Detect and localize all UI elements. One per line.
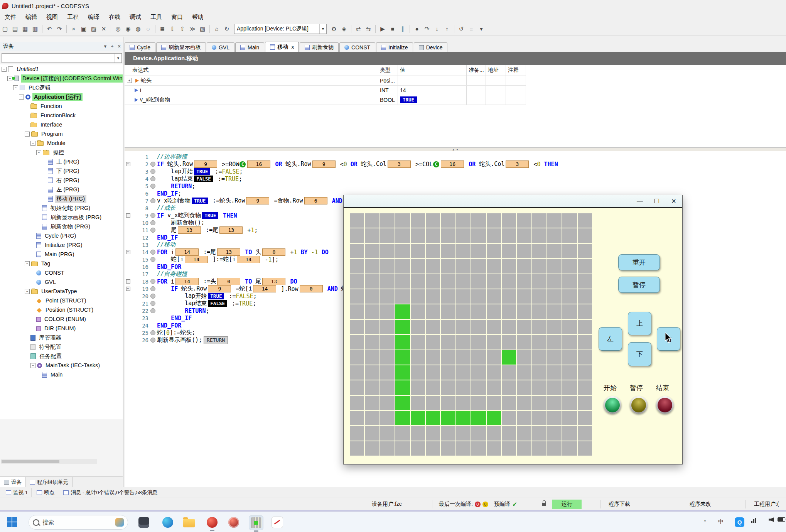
step-out-icon[interactable]: ↑: [442, 25, 452, 33]
menu-文件[interactable]: 文件: [0, 12, 21, 22]
watch-value[interactable]: 14: [400, 87, 406, 93]
visualization-title-bar[interactable]: — ☐ ✕: [344, 195, 682, 208]
watch-row[interactable]: iINT14: [125, 85, 526, 95]
online-config-icon[interactable]: ◈: [339, 25, 349, 33]
menu-在线[interactable]: 在线: [104, 12, 125, 22]
close-icon[interactable]: x: [291, 44, 294, 50]
sidebar-item-Cycle (PRG)[interactable]: Cycle (PRG): [0, 231, 123, 240]
sidebar-item-右 (PRG)[interactable]: 右 (PRG): [0, 176, 123, 185]
tab-Main[interactable]: Main: [235, 42, 264, 52]
sidebar-item-DIR (ENUM)[interactable]: DIR (ENUM): [0, 324, 123, 333]
sidebar-item-符号配置[interactable]: 符号配置: [0, 342, 123, 351]
ime-language-icon[interactable]: 中: [716, 517, 726, 527]
menu-工程[interactable]: 工程: [62, 12, 83, 22]
taskbar-app-codesys[interactable]: [205, 515, 219, 529]
chevron-down-icon[interactable]: ▼: [115, 54, 121, 62]
start-button[interactable]: [7, 517, 18, 528]
reset-icon[interactable]: ↺: [457, 25, 466, 33]
taskbar-app-visualization[interactable]: [249, 515, 263, 530]
save-icon[interactable]: ▦: [20, 25, 30, 33]
watch-row[interactable]: v_x吃到食物BOOLTRUE: [125, 95, 526, 105]
sidebar-item-Tag[interactable]: −Tag: [0, 259, 123, 268]
collapse-icon[interactable]: −: [30, 363, 35, 368]
taskbar-app-snipping[interactable]: [270, 515, 284, 529]
code-line[interactable]: 1//边界碰撞: [125, 153, 786, 160]
maximize-icon[interactable]: ☐: [648, 195, 665, 207]
fold-margin[interactable]: −: [125, 213, 132, 218]
game-button-暂停[interactable]: 暂停: [618, 277, 660, 293]
new-file-icon[interactable]: ▢: [0, 25, 10, 33]
tab-刷新显示画板[interactable]: 刷新显示画板: [156, 42, 206, 52]
battery-icon[interactable]: [774, 517, 785, 522]
tab-CONST[interactable]: CONST: [339, 42, 375, 52]
tray-chevron-up-icon[interactable]: ⌃: [701, 517, 709, 527]
bottom-tab-消息[interactable]: 消息 - 总计0个错误,0个警告,58条消息: [60, 488, 161, 497]
step-into-icon[interactable]: ↓: [432, 25, 442, 33]
taskbar-app-widgets[interactable]: [137, 515, 151, 529]
breakpoint-icon[interactable]: ●: [412, 25, 422, 33]
paste-icon[interactable]: ▨: [89, 25, 98, 33]
sidebar-item-MainTask (IEC-Tasks)[interactable]: −MainTask (IEC-Tasks): [0, 361, 123, 370]
panel-tab-程序组织单元[interactable]: 程序组织单元: [26, 477, 73, 487]
sidebar-item-Application [运行][interactable]: −Application [运行]: [0, 92, 123, 101]
sidebar-item-PLC逻辑[interactable]: −PLC逻辑: [0, 83, 123, 92]
taskbar-app-codesys-gateway[interactable]: [227, 515, 241, 529]
find-icon[interactable]: ◎: [113, 25, 123, 33]
collapse-icon[interactable]: −: [36, 150, 41, 155]
find-next-icon[interactable]: ◉: [123, 25, 133, 33]
fold-collapse-icon[interactable]: −: [126, 162, 130, 166]
fold-margin[interactable]: −: [125, 162, 132, 166]
sidebar-item-FunctionBlock[interactable]: FunctionBlock: [0, 111, 123, 120]
search-highlight-image[interactable]: [115, 518, 124, 527]
active-application-combobox[interactable]: Application [Device: PLC逻辑] ▼: [234, 24, 327, 34]
print-icon[interactable]: ▥: [30, 25, 40, 33]
sidebar-item-刷新显示画板 (PRG)[interactable]: 刷新显示画板 (PRG): [0, 213, 123, 222]
fold-margin[interactable]: −: [125, 287, 132, 291]
menu-编译[interactable]: 编译: [83, 12, 104, 22]
sidebar-item-左 (PRG)[interactable]: 左 (PRG): [0, 185, 123, 194]
sidebar-item-Position (STRUCT)[interactable]: Position (STRUCT): [0, 305, 123, 314]
menu-窗口[interactable]: 窗口: [167, 12, 187, 22]
close-icon[interactable]: ✕: [665, 195, 682, 207]
sidebar-item-下 (PRG)[interactable]: 下 (PRG): [0, 166, 123, 176]
sidebar-item-Untitled1[interactable]: −Untitled1: [0, 64, 123, 74]
bottom-tab-监视[interactable]: 监视 1: [2, 488, 32, 497]
tab-Cycle[interactable]: Cycle: [125, 42, 155, 52]
sidebar-item-Main[interactable]: Main: [0, 370, 123, 379]
stop-icon[interactable]: ■: [388, 25, 397, 33]
taskbar-app-explorer[interactable]: [182, 515, 196, 529]
gateway-icon[interactable]: ⌂: [212, 25, 221, 33]
compile-icon[interactable]: ⚙: [329, 25, 339, 33]
sidebar-item-Point (STRUCT)[interactable]: Point (STRUCT): [0, 296, 123, 305]
sidebar-item-Main (PRG)[interactable]: Main (PRG): [0, 250, 123, 259]
collapse-icon[interactable]: −: [2, 67, 7, 72]
sidebar-item-初始化蛇 (PRG)[interactable]: 初始化蛇 (PRG): [0, 203, 123, 213]
step-over-icon[interactable]: ↷: [422, 25, 432, 33]
sidebar-item-Program[interactable]: −Program: [0, 129, 123, 138]
fold-collapse-icon[interactable]: −: [126, 279, 130, 284]
sidebar-item-GVL[interactable]: GVL: [0, 277, 123, 287]
bottom-tab-断点[interactable]: 断点: [33, 488, 58, 497]
sidebar-item-Module[interactable]: −Module: [0, 138, 123, 148]
more-icon[interactable]: ▾: [477, 25, 486, 33]
login-icon[interactable]: ⇄: [354, 25, 363, 33]
project-settings-icon[interactable]: ≣: [158, 25, 167, 33]
game-button-左[interactable]: 左: [599, 327, 622, 351]
network-icon[interactable]: [751, 517, 756, 523]
sidebar-item-库管理器[interactable]: 库管理器: [0, 333, 123, 342]
taskbar-app-edge[interactable]: [161, 515, 175, 529]
fold-margin[interactable]: −: [125, 279, 132, 284]
chevron-down-icon[interactable]: ▼: [102, 44, 109, 49]
tab-移动[interactable]: 移动x: [265, 42, 299, 52]
sidebar-item-Function[interactable]: Function: [0, 101, 123, 111]
watch-value[interactable]: TRUE: [400, 96, 417, 103]
sidebar-item-任务配置[interactable]: 任务配置: [0, 351, 123, 361]
list-icon[interactable]: ≡: [467, 25, 476, 33]
generate-icon[interactable]: ⇧: [178, 25, 187, 33]
menu-工具[interactable]: 工具: [146, 12, 167, 22]
minimize-icon[interactable]: —: [631, 195, 648, 207]
sidebar-item-COLOR (ENUM)[interactable]: COLOR (ENUM): [0, 314, 123, 324]
game-button-上[interactable]: 上: [628, 312, 651, 335]
expand-icon[interactable]: +: [127, 78, 132, 83]
collapse-icon[interactable]: −: [13, 85, 18, 90]
